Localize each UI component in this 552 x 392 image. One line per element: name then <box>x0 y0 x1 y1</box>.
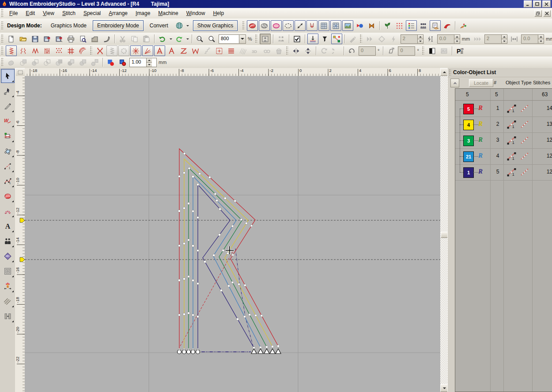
nest-icon[interactable] <box>382 20 393 31</box>
toolbar-grip[interactable] <box>242 21 245 30</box>
toolbar-grip[interactable] <box>1 21 4 30</box>
run-stitch-tool[interactable]: 1 <box>1 159 15 173</box>
save-machine-file-icon[interactable]: M <box>42 34 53 44</box>
color-object-row-5[interactable]: 1R5112 <box>455 164 552 181</box>
toolbar-grip[interactable] <box>1 34 4 43</box>
stitch-type-run-icon[interactable] <box>520 135 530 146</box>
save-design-icon[interactable] <box>30 34 41 44</box>
team-names-icon[interactable] <box>418 20 429 31</box>
basket-weave-icon[interactable] <box>273 45 284 56</box>
triple-run-tool[interactable]: 1 <box>1 174 15 188</box>
document-restore-button[interactable] <box>534 10 542 17</box>
stitch-type-run-icon[interactable] <box>520 103 530 114</box>
hoop-position-icon[interactable] <box>260 34 271 44</box>
overview-doc-icon[interactable] <box>430 20 441 31</box>
column-ab-tool[interactable] <box>1 309 15 323</box>
needle-points-icon[interactable] <box>307 34 318 44</box>
zoom-1-1-icon[interactable]: 1:1 <box>194 34 205 44</box>
skew-icon[interactable] <box>386 45 397 56</box>
document-close-button[interactable] <box>543 10 551 17</box>
color-object-row-2[interactable]: 4R2113 <box>455 117 552 133</box>
menu-item-file[interactable]: File <box>5 9 22 18</box>
skew-angle-input[interactable]: 0 <box>398 46 415 56</box>
menu-item-window[interactable]: Window <box>182 9 209 18</box>
filled-ellipse-icon[interactable] <box>247 20 258 31</box>
dashed-ellipse-icon[interactable] <box>283 20 294 31</box>
color-object-row-4[interactable]: 21R4112 <box>455 148 552 165</box>
zigzag-stitch-icon[interactable] <box>30 45 41 56</box>
stitch-tension-input[interactable]: 0.0 <box>437 34 460 44</box>
toolbar-grip[interactable] <box>360 34 362 43</box>
combine-shapes-icon[interactable] <box>77 57 88 68</box>
mesh-edit-tool[interactable] <box>1 144 15 158</box>
select-object-tool[interactable] <box>1 69 15 83</box>
exclude-shapes-icon[interactable] <box>42 57 53 68</box>
grid-select-icon[interactable] <box>330 20 341 31</box>
globe-dropdown-caret[interactable] <box>185 21 190 30</box>
stitch-type-run-icon[interactable] <box>520 167 530 177</box>
input-method-run-icon[interactable]: 1 <box>507 103 517 114</box>
column-c-tool[interactable] <box>1 204 15 218</box>
stitch-line-icon[interactable] <box>295 20 306 31</box>
reshape-object-tool[interactable] <box>1 84 15 98</box>
zoom-icon[interactable] <box>206 34 217 44</box>
front-minus-back-icon[interactable] <box>53 57 64 68</box>
line-fill-icon[interactable] <box>226 45 237 56</box>
monogramming-tool[interactable]: ABC <box>1 249 15 263</box>
contour-stitch-icon[interactable] <box>77 45 88 56</box>
freehand-embroidery-tool[interactable]: W <box>1 114 15 128</box>
3d-effect-icon[interactable]: 3D <box>250 45 261 56</box>
color-film-icon[interactable] <box>354 20 365 31</box>
input-method-run-icon[interactable]: 1 <box>507 119 517 130</box>
toolbar-grip[interactable] <box>255 34 257 43</box>
z-stitch-icon[interactable] <box>178 45 189 56</box>
rotate-angle-input[interactable]: 0 <box>359 46 376 56</box>
new-design-icon[interactable] <box>6 34 17 44</box>
background-image-icon[interactable] <box>342 20 353 31</box>
offsets-tool[interactable] <box>1 264 15 278</box>
embroidery-mode-button[interactable]: Embroidery Mode <box>93 20 144 31</box>
stitch-bolt-icon[interactable] <box>388 34 399 44</box>
open-design-icon[interactable] <box>18 34 29 44</box>
undo-icon[interactable] <box>157 34 168 44</box>
copy-icon[interactable] <box>129 34 140 44</box>
maximize-button[interactable] <box>533 0 541 8</box>
hatch-fill-icon[interactable] <box>238 45 249 56</box>
options-check-icon[interactable] <box>291 34 302 44</box>
spacing-input[interactable]: 0.0 <box>521 34 544 44</box>
fragment-icon[interactable] <box>472 34 483 44</box>
ruler-origin-button[interactable] <box>15 68 26 77</box>
show-graphics-button[interactable]: Show Graphics <box>193 20 238 31</box>
graphics-mode-button[interactable]: Graphics Mode <box>46 20 91 31</box>
trapunto-icon[interactable] <box>261 45 272 56</box>
outline-width-input[interactable]: 1.00 <box>129 58 157 67</box>
toolbar-grip[interactable] <box>1 46 4 55</box>
mirror-horizontal-icon[interactable] <box>291 45 302 56</box>
input-method-run-icon[interactable]: 1 <box>507 167 517 177</box>
dot-grid-icon[interactable] <box>394 20 405 31</box>
break-apart-icon[interactable] <box>89 57 100 68</box>
fragment-count-input[interactable]: 2 <box>484 34 507 44</box>
redwork-icon[interactable] <box>442 20 453 31</box>
color-swatch[interactable]: 21 <box>463 151 474 162</box>
image-bw-icon[interactable] <box>427 45 438 56</box>
stitch-player-icon[interactable] <box>276 34 287 44</box>
menu-item-machine[interactable]: Machine <box>154 9 182 18</box>
weld-shapes-icon[interactable] <box>6 57 17 68</box>
branching-icon[interactable] <box>457 20 469 31</box>
cut-icon[interactable] <box>117 34 128 44</box>
motif-fill-icon[interactable] <box>214 45 225 56</box>
design-canvas[interactable] <box>25 76 440 392</box>
tatami-fill-icon[interactable] <box>42 45 53 56</box>
slow-redraw-icon[interactable] <box>347 34 358 44</box>
minimize-button[interactable] <box>524 0 532 8</box>
menu-item-image[interactable]: Image <box>132 9 154 18</box>
locate-button[interactable]: Locate <box>469 79 493 87</box>
spacing-icon[interactable] <box>509 34 520 44</box>
lettering-plain-icon[interactable] <box>166 45 177 56</box>
write-machine-file-icon[interactable]: M <box>53 34 64 44</box>
collapse-list-button[interactable] <box>450 79 459 87</box>
rotate-cw-icon[interactable] <box>330 45 341 56</box>
lettering-tool[interactable]: A <box>1 219 15 233</box>
image-dim-icon[interactable] <box>439 45 450 56</box>
